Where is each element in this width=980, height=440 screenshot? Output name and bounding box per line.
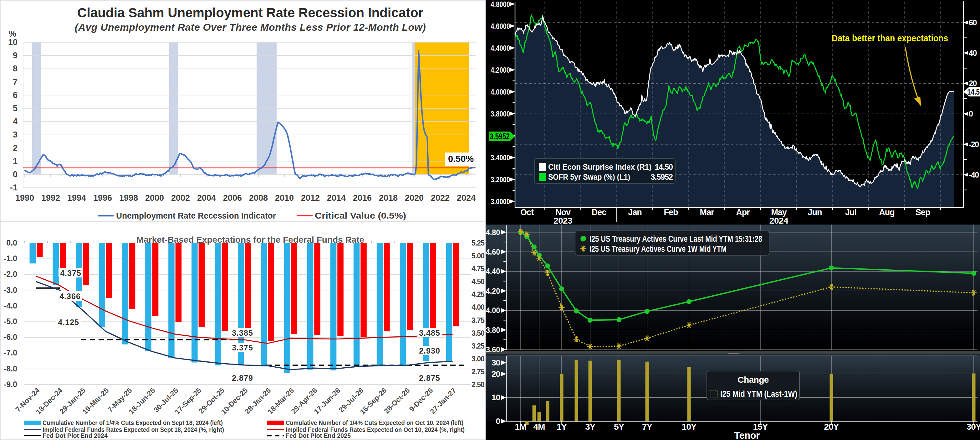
svg-text:3.4000: 3.4000 [491, 153, 510, 162]
svg-text:-40: -40 [969, 171, 979, 179]
svg-text:Feb: Feb [663, 208, 678, 217]
svg-text:(Avg Unemployment Rate Over Th: (Avg Unemployment Rate Over Three Months… [75, 22, 426, 33]
svg-text:30Y: 30Y [967, 422, 980, 432]
svg-text:4M: 4M [533, 422, 545, 432]
svg-text:0.50%: 0.50% [448, 154, 474, 164]
svg-text:Jun: Jun [808, 208, 822, 217]
svg-text:3.25: 3.25 [471, 342, 485, 350]
svg-text:-9.0: -9.0 [4, 380, 17, 389]
svg-text:-5.0: -5.0 [4, 317, 17, 326]
svg-text:4.75: 4.75 [471, 265, 485, 273]
svg-text:7Y: 7Y [642, 422, 653, 432]
svg-text:2.75: 2.75 [471, 368, 485, 376]
svg-text:4.00: 4.00 [486, 306, 500, 315]
svg-text:5: 5 [13, 104, 18, 113]
svg-text:4.00: 4.00 [471, 303, 484, 311]
svg-text:-20: -20 [969, 140, 979, 149]
svg-text:3.375: 3.375 [232, 343, 253, 352]
svg-text:2002: 2002 [171, 193, 190, 202]
svg-text:-1.0: -1.0 [4, 254, 17, 263]
svg-text:20: 20 [969, 79, 977, 88]
svg-text:2.930: 2.930 [419, 346, 440, 355]
svg-text:3.80: 3.80 [486, 325, 500, 335]
svg-text:4.0000: 4.0000 [491, 88, 510, 96]
svg-text:14.5: 14.5 [967, 88, 980, 96]
svg-text:14.50: 14.50 [655, 163, 673, 171]
svg-text:6: 6 [13, 91, 18, 100]
svg-text:3.60: 3.60 [486, 345, 500, 354]
svg-text:-6.0: -6.0 [4, 333, 17, 341]
svg-text:2.875: 2.875 [419, 374, 440, 383]
svg-text:1M: 1M [515, 422, 527, 432]
svg-text:1992: 1992 [41, 193, 60, 202]
svg-text:4.50: 4.50 [471, 277, 484, 285]
svg-text:Cumulative Number of 1/4% Cuts: Cumulative Number of 1/4% Cuts Expected … [43, 419, 223, 426]
svg-text:Unemployment Rate Recession In: Unemployment Rate Recession Indicator [116, 211, 276, 220]
svg-text:2008: 2008 [249, 193, 268, 202]
svg-text:2.50: 2.50 [471, 381, 484, 389]
svg-text:20: 20 [492, 369, 500, 379]
svg-text:Dec: Dec [592, 208, 607, 217]
svg-text:Critical Value (0.5%): Critical Value (0.5%) [315, 211, 406, 220]
svg-text:3.5952: 3.5952 [490, 132, 510, 141]
svg-text:2012: 2012 [301, 193, 320, 202]
svg-text:3.2000: 3.2000 [491, 175, 510, 184]
svg-text:SOFR 5yr Swap (%) (L1): SOFR 5yr Swap (%) (L1) [548, 172, 630, 182]
svg-text:1Y: 1Y [557, 422, 567, 432]
svg-text:-2.0: -2.0 [4, 269, 17, 278]
svg-text:3.5952: 3.5952 [651, 172, 673, 181]
svg-text:Fed Dot Plot End 2025: Fed Dot Plot End 2025 [286, 432, 351, 439]
svg-text:4.80: 4.80 [486, 228, 500, 237]
svg-text:3.0000: 3.0000 [491, 197, 510, 206]
svg-text:Claudia Sahm Unemployment Rate: Claudia Sahm Unemployment Rate Recession… [77, 5, 423, 20]
svg-text:Data better than expectations: Data better than expectations [832, 33, 948, 43]
svg-text:3.8000: 3.8000 [491, 110, 510, 118]
svg-text:3Y: 3Y [585, 422, 596, 432]
svg-text:9: 9 [13, 51, 18, 60]
svg-text:2024: 2024 [769, 216, 789, 225]
svg-text:2023: 2023 [554, 216, 572, 225]
svg-text:4.8000: 4.8000 [491, 0, 510, 8]
svg-text:-3.0: -3.0 [4, 285, 17, 294]
svg-text:1990: 1990 [15, 193, 34, 202]
svg-text:0.0: 0.0 [6, 238, 17, 247]
svg-text:10: 10 [8, 38, 18, 47]
svg-text:40: 40 [969, 49, 977, 57]
svg-text:Jan: Jan [628, 208, 642, 217]
svg-text:3.385: 3.385 [232, 328, 253, 337]
svg-text:3.485: 3.485 [419, 328, 440, 337]
svg-text:Oct: Oct [520, 208, 534, 217]
svg-text:60: 60 [969, 18, 977, 27]
svg-text:20Y: 20Y [824, 422, 839, 432]
svg-text:4.40: 4.40 [486, 266, 500, 276]
svg-text:30: 30 [492, 358, 500, 367]
svg-text:4.375: 4.375 [60, 269, 81, 277]
svg-text:Cumulative Number of 1/4% Cuts: Cumulative Number of 1/4% Cuts Expected … [286, 419, 463, 426]
svg-text:0: 0 [496, 416, 500, 426]
svg-text:4.6000: 4.6000 [491, 22, 510, 30]
svg-text:0: 0 [13, 170, 18, 179]
svg-text:4.4000: 4.4000 [491, 44, 510, 52]
svg-text:I25 Mid YTM (Last-1W): I25 Mid YTM (Last-1W) [720, 389, 797, 399]
svg-text:3: 3 [13, 130, 18, 139]
svg-text:%: % [9, 29, 16, 38]
svg-text:2024: 2024 [457, 193, 476, 202]
svg-text:-4.0: -4.0 [4, 301, 17, 310]
svg-text:8: 8 [13, 64, 18, 73]
svg-text:2004: 2004 [197, 193, 216, 202]
svg-text:Sep: Sep [916, 208, 930, 217]
svg-text:-7.0: -7.0 [4, 348, 17, 357]
svg-text:1998: 1998 [119, 193, 138, 202]
svg-text:-1: -1 [10, 183, 18, 192]
svg-text:Fed Dot Plot End 2024: Fed Dot Plot End 2024 [43, 432, 108, 439]
svg-text:Mar: Mar [700, 208, 714, 217]
svg-text:4.25: 4.25 [471, 290, 485, 298]
svg-text:1996: 1996 [93, 193, 112, 202]
svg-text:5Y: 5Y [614, 422, 625, 432]
svg-text:Aug: Aug [879, 208, 894, 217]
svg-text:-8.0: -8.0 [4, 364, 17, 373]
svg-text:Citi Econ Surprise Index (R1): Citi Econ Surprise Index (R1) [548, 162, 651, 172]
svg-text:1: 1 [13, 156, 18, 166]
svg-text:5.25: 5.25 [471, 239, 485, 247]
svg-text:2000: 2000 [145, 193, 164, 202]
